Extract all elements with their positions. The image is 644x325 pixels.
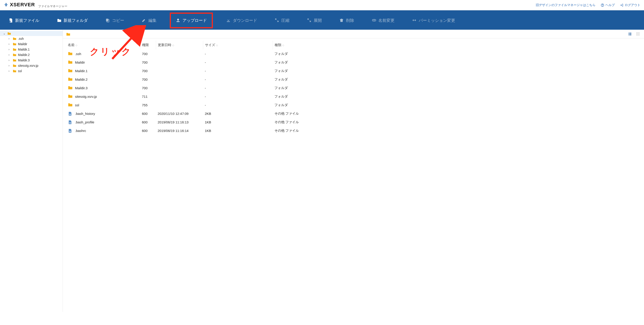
upload-icon	[176, 18, 181, 23]
table-header-row: 名前◇ 権限 更新日時◇ サイズ◇ 種類◇	[66, 41, 641, 50]
old-design-link[interactable]: 旧デザインのファイルマネージャはこちら	[536, 3, 596, 7]
new-file-icon	[8, 18, 13, 23]
svg-rect-10	[340, 19, 343, 20]
column-type[interactable]: 種類◇	[272, 41, 641, 50]
sort-icon: ◇	[216, 44, 218, 47]
folder-icon	[7, 32, 11, 35]
table-row[interactable]: Maildir.3700-フォルダ	[66, 84, 641, 92]
help-link[interactable]: ヘルプ	[600, 3, 615, 7]
file-perm: 711	[140, 92, 156, 101]
tree-item[interactable]: ›Maildir.3	[0, 58, 63, 63]
delete-label: 削除	[346, 18, 354, 23]
file-size: -	[203, 58, 272, 67]
trash-icon	[339, 18, 344, 23]
tree-item[interactable]: ›.ssh	[0, 36, 63, 41]
folder-icon	[12, 37, 16, 40]
table-row[interactable]: ?.bash_history6002020/11/10 12:47:092KBそ…	[66, 109, 641, 118]
view-list-button[interactable]	[627, 32, 633, 37]
new-file-button[interactable]: 新規ファイル	[4, 14, 44, 27]
file-type: フォルダ	[272, 84, 641, 92]
upload-label: アップロード	[182, 18, 207, 23]
permission-button[interactable]: パーミッション変更	[408, 14, 466, 27]
svg-rect-15	[629, 34, 632, 34]
tree-root[interactable]: ⌄	[0, 31, 63, 36]
table-row[interactable]: Maildir.1700-フォルダ	[66, 67, 641, 75]
column-name[interactable]: 名前◇	[66, 41, 140, 50]
header-left: XSERVER ファイルマネージャー	[4, 2, 67, 8]
file-date: 2020/11/10 12:47:09	[156, 109, 203, 118]
svg-rect-25	[638, 35, 638, 36]
file-size: -	[203, 50, 272, 58]
file-name: ssl	[75, 103, 79, 107]
column-perm[interactable]: 権限	[140, 41, 156, 50]
file-size: 2KB	[203, 109, 272, 118]
rename-button[interactable]: 名前変更	[367, 14, 399, 27]
table-row[interactable]: sitesstg.xsrv.jp711-フォルダ	[66, 92, 641, 101]
tree-item[interactable]: ›sitesstg.xsrv.jp	[0, 63, 63, 68]
extract-label: 展開	[314, 18, 322, 23]
folder-icon	[12, 70, 16, 73]
view-grid-button[interactable]	[635, 32, 641, 37]
table-row[interactable]: ?.bashrc6002019/06/19 11:16:141KBその他 ファイ…	[66, 126, 641, 135]
compress-button[interactable]: 圧縮	[270, 14, 294, 27]
table-row[interactable]: ?.bash_profile6002019/06/19 11:16:131KBそ…	[66, 118, 641, 126]
help-icon	[600, 3, 604, 7]
file-type: フォルダ	[272, 92, 641, 101]
extract-button[interactable]: 展開	[303, 14, 326, 27]
logout-link[interactable]: ログアウト	[620, 3, 640, 7]
copy-label: コピー	[112, 18, 124, 23]
sidebar: ⌄ ›.ssh›Maildir›Maildir.1›Maildir.2›Mail…	[0, 30, 63, 312]
svg-rect-6	[106, 19, 108, 21]
file-name: Maildir.2	[75, 78, 88, 81]
new-folder-button[interactable]: 新規フォルダ	[52, 14, 92, 27]
file-perm: 600	[140, 126, 156, 135]
folder-icon	[12, 48, 16, 51]
file-size: -	[203, 92, 272, 101]
column-date[interactable]: 更新日時◇	[156, 41, 203, 50]
tree-item[interactable]: ›Maildir.2	[0, 52, 63, 58]
edit-button[interactable]: 編集	[138, 14, 161, 27]
sort-icon: ◇	[282, 44, 284, 47]
folder-icon	[68, 60, 73, 65]
table-row[interactable]: Maildir.2700-フォルダ	[66, 75, 641, 84]
new-file-label: 新規ファイル	[15, 18, 39, 23]
svg-rect-8	[176, 21, 180, 22]
file-perm: 700	[140, 75, 156, 84]
toolbar: 新規ファイル 新規フォルダ コピー 編集 アップロード ダウンロード	[0, 10, 644, 30]
tree-item-label: sitesstg.xsrv.jp	[18, 64, 38, 68]
svg-rect-18	[636, 32, 637, 33]
svg-rect-19	[638, 32, 638, 33]
file-name: Maildir.3	[75, 86, 88, 90]
folder-icon	[12, 43, 16, 46]
column-size[interactable]: サイズ◇	[203, 41, 272, 50]
table-row[interactable]: ssl755-フォルダ	[66, 101, 641, 109]
copy-button[interactable]: コピー	[101, 14, 128, 27]
tree-item[interactable]: ›ssl	[0, 68, 63, 74]
upload-button[interactable]: アップロード	[170, 13, 213, 28]
main-area: ⌄ ›.ssh›Maildir›Maildir.1›Maildir.2›Mail…	[0, 30, 644, 312]
permission-icon	[412, 18, 417, 23]
table-row[interactable]: .ssh700-フォルダ	[66, 50, 641, 58]
file-type: フォルダ	[272, 101, 641, 109]
folder-icon	[68, 69, 73, 73]
file-type: フォルダ	[272, 58, 641, 67]
breadcrumb[interactable]	[66, 32, 70, 36]
download-icon	[226, 18, 231, 23]
tree-item-label: Maildir	[18, 42, 27, 46]
tree-item[interactable]: ›Maildir	[0, 41, 63, 47]
file-perm: 700	[140, 84, 156, 92]
svg-rect-12	[628, 33, 629, 33]
tree-item[interactable]: ›Maildir.1	[0, 47, 63, 52]
table-row[interactable]: Maildir700-フォルダ	[66, 58, 641, 67]
folder-icon	[12, 53, 16, 56]
compress-label: 圧縮	[281, 18, 290, 23]
new-folder-icon	[57, 18, 62, 23]
column-name-label: 名前	[68, 43, 74, 47]
file-perm: 700	[140, 67, 156, 75]
caret-right-icon: ›	[8, 70, 11, 73]
file-date	[156, 75, 203, 84]
delete-button[interactable]: 削除	[335, 14, 358, 27]
download-button[interactable]: ダウンロード	[222, 14, 261, 27]
folder-icon	[68, 52, 73, 56]
logout-label: ログアウト	[625, 3, 640, 7]
